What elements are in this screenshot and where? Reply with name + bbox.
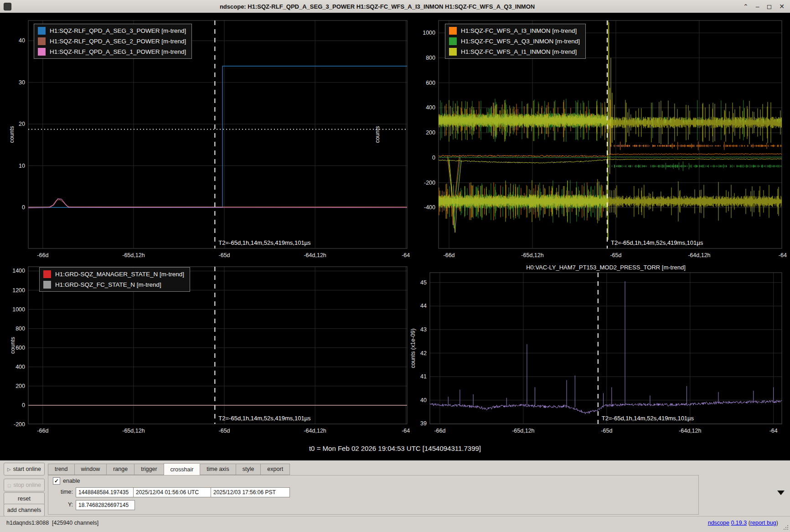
legend-swatch bbox=[43, 270, 51, 278]
add-channels-button[interactable]: add channels bbox=[4, 504, 45, 517]
legend-label: H1:GRD-SQZ_MANAGER_STATE_N [m-trend] bbox=[55, 271, 184, 278]
legend-label: H1:SQZ-FC_WFS_A_I3_INMON [m-trend] bbox=[461, 27, 577, 34]
y-tick-label: 10 bbox=[19, 163, 25, 169]
crosshair-t2-label: T2=-65d,1h,14m,52s,419ms,101µs bbox=[218, 239, 311, 246]
legend-swatch bbox=[38, 27, 46, 35]
resize-grip[interactable] bbox=[784, 525, 788, 530]
y-tick-label: 40 bbox=[19, 37, 25, 44]
tab-style[interactable]: style bbox=[236, 464, 261, 475]
crosshair-t2-label: T2=-65d,1h,14m,52s,419ms,101µs bbox=[611, 239, 703, 246]
legend-item: H1:SQZ-FC_WFS_A_Q3_INMON [m-trend] bbox=[449, 37, 580, 45]
legend-grd: H1:GRD-SQZ_MANAGER_STATE_N [m-trend]H1:G… bbox=[39, 267, 190, 292]
y-tick-label: 200 bbox=[15, 383, 25, 389]
x-tick-label: -65d,12h bbox=[521, 252, 543, 258]
x-tick-label: -64 bbox=[402, 252, 410, 258]
tab-time-axis[interactable]: time axis bbox=[200, 464, 235, 475]
start-online-button[interactable]: ▷start online bbox=[4, 463, 45, 475]
tabs-row: trendwindowrangetriggercrosshairtime axi… bbox=[48, 463, 290, 475]
minimize-button-icon[interactable]: – bbox=[756, 3, 759, 10]
legend-label: H1:SQZ-RLF_QPD_A_SEG_1_POWER [m-trend] bbox=[50, 48, 186, 55]
x-tick-label: -66d bbox=[37, 252, 48, 258]
crosshair-t2-label: T2=-65d,1h,14m,52s,419ms,101µs bbox=[602, 415, 694, 422]
legend-item: H1:GRD-SQZ_MANAGER_STATE_N [m-trend] bbox=[43, 270, 184, 278]
x-tick-label: -64 bbox=[779, 252, 787, 258]
y-tick-label: 0 bbox=[22, 204, 25, 211]
tab-trigger[interactable]: trigger bbox=[134, 464, 163, 475]
time-gps-input[interactable] bbox=[76, 487, 135, 497]
x-tick-label: -66d bbox=[37, 428, 48, 434]
control-bar: ▷start online◻stop onlineresetadd channe… bbox=[0, 460, 790, 516]
y-axis-label: counts bbox=[10, 337, 16, 354]
tab-export[interactable]: export bbox=[260, 464, 290, 475]
x-tick-label: -65d,12h bbox=[512, 428, 534, 434]
y-label: Y: bbox=[53, 501, 73, 508]
legend-item: H1:SQZ-FC_WFS_A_I3_INMON [m-trend] bbox=[449, 27, 580, 35]
time-label: time: bbox=[53, 489, 73, 495]
titlebar: ndscope: H1:SQZ-RLF_QPD_A_SEG_3_POWER H1… bbox=[0, 0, 790, 13]
status-text: ) bbox=[776, 520, 778, 526]
stop-online-button[interactable]: ◻stop online bbox=[4, 479, 45, 491]
ndscope-link[interactable]: ndscope bbox=[708, 520, 729, 526]
y-tick-label: 1400 bbox=[12, 268, 25, 274]
x-tick-label: -66d bbox=[434, 428, 445, 434]
tab-range[interactable]: range bbox=[106, 464, 134, 475]
plot-grd[interactable]: -66d-65d,12h-65d-64d,12h-64-200020040060… bbox=[10, 267, 410, 434]
y-tick-label: 42 bbox=[420, 350, 427, 356]
reset-button[interactable]: reset bbox=[4, 492, 45, 505]
y-tick-label: -400 bbox=[424, 204, 435, 211]
x-tick-label: -65d bbox=[601, 428, 612, 434]
enable-label: enable bbox=[63, 478, 80, 484]
report-bug-link[interactable]: report bug bbox=[750, 520, 776, 526]
enable-row: ✓ enable bbox=[53, 477, 80, 485]
button-label: reset bbox=[18, 496, 31, 502]
x-tick-label: -65d bbox=[219, 428, 230, 434]
legend-swatch bbox=[449, 48, 457, 56]
plot-vac[interactable]: -66d-65d,12h-65d-64d,12h-643940414243444… bbox=[410, 264, 782, 434]
y-tick-label: 30 bbox=[19, 79, 25, 86]
y-tick-label: 45 bbox=[420, 279, 427, 286]
ndscope-window: ndscope: H1:SQZ-RLF_QPD_A_SEG_3_POWER H1… bbox=[0, 0, 790, 532]
play-icon: ▷ bbox=[7, 467, 11, 472]
legend-item: H1:SQZ-RLF_QPD_A_SEG_3_POWER [m-trend] bbox=[38, 27, 186, 35]
0.19.3-link[interactable]: 0.19.3 bbox=[731, 520, 747, 526]
y-value-input[interactable] bbox=[76, 500, 135, 510]
button-label: stop online bbox=[13, 482, 41, 488]
y-tick-label: 20 bbox=[19, 121, 25, 127]
y-tick-label: -200 bbox=[424, 180, 435, 186]
x-tick-label: -65d bbox=[610, 252, 621, 258]
y-tick-label: 39 bbox=[420, 420, 427, 427]
y-tick-label: 43 bbox=[420, 326, 427, 333]
legend-label: H1:SQZ-FC_WFS_A_I1_INMON [m-trend] bbox=[461, 48, 577, 55]
status-bar: h1daqnds1:8088 [425940 channels] ndscope… bbox=[0, 516, 790, 532]
legend-label: H1:SQZ-RLF_QPD_A_SEG_3_POWER [m-trend] bbox=[50, 27, 186, 34]
plots-canvas[interactable]: -66d-65d,12h-65d-64d,12h-64010203040coun… bbox=[0, 13, 790, 460]
tab-crosshair[interactable]: crosshair bbox=[164, 463, 200, 475]
legend-swatch bbox=[449, 37, 457, 45]
maximize-button-icon[interactable]: ◻ bbox=[767, 3, 772, 10]
time-utc-input[interactable] bbox=[133, 487, 212, 497]
tab-trend[interactable]: trend bbox=[48, 464, 74, 475]
close-button-icon[interactable]: ✕ bbox=[779, 3, 785, 10]
legend-item: H1:SQZ-RLF_QPD_A_SEG_1_POWER [m-trend] bbox=[38, 48, 186, 56]
collapse-panel-arrow[interactable] bbox=[777, 491, 785, 495]
server-status: h1daqnds1:8088 [425940 channels] bbox=[6, 520, 98, 526]
legend-swatch bbox=[449, 27, 457, 35]
y-axis-label: counts bbox=[374, 126, 381, 143]
y-tick-label: 800 bbox=[426, 55, 435, 61]
x-tick-label: -64d,12h bbox=[679, 428, 701, 434]
status-text: ( bbox=[747, 520, 750, 526]
legend-swatch bbox=[43, 281, 51, 289]
enable-checkbox[interactable]: ✓ bbox=[53, 477, 60, 485]
y-tick-label: 1000 bbox=[423, 30, 435, 36]
button-label: start online bbox=[13, 466, 41, 472]
plot-title: H0:VAC-LY_HAM7_PT153_MOD2_PRESS_TORR [m-… bbox=[526, 264, 686, 271]
legend-label: H1:GRD-SQZ_FC_STATE_N [m-trend] bbox=[55, 281, 161, 288]
keep-above-button-icon[interactable]: ⌃ bbox=[743, 3, 749, 10]
y-tick-label: 400 bbox=[15, 364, 25, 370]
y-tick-label: 1200 bbox=[12, 287, 25, 294]
legend-label: H1:SQZ-RLF_QPD_A_SEG_2_POWER [m-trend] bbox=[50, 38, 186, 45]
tab-window[interactable]: window bbox=[74, 464, 107, 475]
x-tick-label: -65d bbox=[219, 252, 230, 258]
time-local-input[interactable] bbox=[211, 487, 290, 497]
stop-icon: ◻ bbox=[7, 483, 11, 488]
